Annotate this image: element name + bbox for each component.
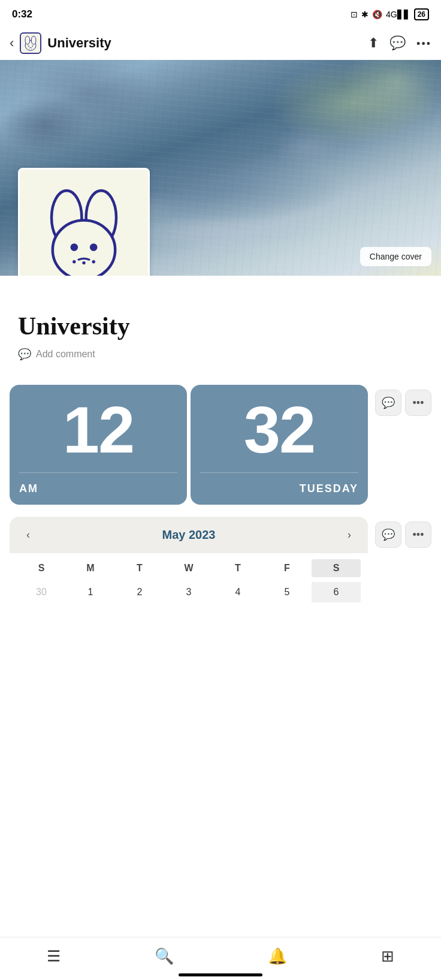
svg-point-3 — [28, 46, 29, 47]
add-comment-label: Add comment — [36, 349, 95, 360]
clock-minute: 32 — [200, 397, 358, 463]
nav-bar: ‹ University ⬆ 💬 — [0, 26, 441, 60]
svg-point-4 — [32, 46, 34, 47]
cover-image-area: Change cover — [0, 60, 441, 276]
nav-menu-button[interactable]: ☰ — [37, 945, 70, 968]
calendar-widget-row: ‹ May 2023 › S M T W T F S 30 — [10, 517, 431, 608]
back-button[interactable]: ‹ — [10, 35, 14, 51]
plus-square-icon: ⊞ — [381, 947, 394, 966]
more-menu-button[interactable] — [416, 35, 431, 51]
signal-icon: 4G▋▋ — [386, 10, 410, 19]
cal-header-sat: S — [312, 559, 361, 577]
clock-divider-right — [200, 472, 358, 474]
svg-point-1 — [25, 36, 30, 44]
calendar-comment-button[interactable]: 💬 — [375, 521, 401, 548]
nav-search-button[interactable]: 🔍 — [145, 945, 183, 968]
svg-point-10 — [71, 243, 78, 251]
share-button[interactable]: ⬆ — [368, 35, 379, 51]
cal-header-mon: M — [66, 559, 115, 577]
bottom-spacer — [0, 620, 441, 680]
profile-avatar[interactable] — [18, 168, 150, 276]
calendar-next-button[interactable]: › — [343, 526, 356, 544]
calendar-dates-row1: 30 1 2 3 4 5 6 — [17, 582, 361, 602]
clock-divider-left — [19, 472, 177, 474]
comment-button[interactable]: 💬 — [389, 35, 406, 51]
cal-date-6[interactable]: 6 — [312, 582, 361, 602]
cal-date-3[interactable]: 3 — [164, 582, 213, 602]
cal-header-sun: S — [17, 559, 66, 577]
svg-point-12 — [73, 260, 75, 263]
status-time: 0:32 — [12, 8, 32, 20]
bell-icon: 🔔 — [268, 947, 287, 966]
change-cover-button[interactable]: Change cover — [360, 247, 431, 266]
widgets-area: 12 AM 32 TUESDAY 💬 ••• ‹ May 2023 › — [0, 373, 441, 620]
calendar-widget-actions: 💬 ••• — [375, 521, 431, 548]
cal-header-fri: F — [262, 559, 312, 577]
clock-day-label: TUESDAY — [200, 483, 358, 495]
clock-widget-row: 12 AM 32 TUESDAY 💬 ••• — [10, 385, 431, 505]
cal-header-wed: W — [164, 559, 213, 577]
list-icon: ☰ — [47, 947, 61, 966]
profile-name: University — [18, 312, 423, 340]
clock-hour-card: 12 AM — [10, 385, 187, 505]
nav-avatar[interactable] — [20, 32, 41, 54]
calendar-widget: ‹ May 2023 › S M T W T F S 30 — [10, 517, 368, 608]
cal-date-4[interactable]: 4 — [213, 582, 262, 602]
calendar-header: ‹ May 2023 › — [10, 517, 368, 553]
add-comment-button[interactable]: 💬 Add comment — [18, 348, 423, 361]
clock-am-label: AM — [19, 483, 177, 495]
home-indicator — [179, 973, 262, 976]
calendar-grid: S M T W T F S 30 1 2 3 4 5 6 — [10, 553, 368, 608]
bluetooth-icon: ✱ — [361, 10, 368, 19]
profile-section: University 💬 Add comment — [0, 276, 441, 373]
svg-point-2 — [32, 36, 37, 44]
clock-hour: 12 — [19, 397, 177, 463]
svg-point-6 — [32, 48, 32, 49]
clock-more-button[interactable]: ••• — [405, 390, 431, 416]
volume-icon: 🔇 — [372, 10, 382, 19]
calendar-prev-button[interactable]: ‹ — [22, 526, 35, 544]
comment-small-icon: 💬 — [18, 348, 31, 361]
cal-date-5[interactable]: 5 — [262, 582, 312, 602]
nav-actions: ⬆ 💬 — [368, 35, 431, 51]
nfc-icon: ⊡ — [351, 10, 358, 19]
cal-date-1[interactable]: 1 — [66, 582, 115, 602]
cal-date-30[interactable]: 30 — [17, 582, 66, 602]
nav-notifications-button[interactable]: 🔔 — [258, 945, 297, 968]
battery-indicator: 26 — [414, 8, 429, 20]
search-icon: 🔍 — [155, 947, 174, 966]
clock-comment-button[interactable]: 💬 — [375, 390, 401, 416]
clock-minute-card: 32 TUESDAY — [191, 385, 368, 505]
calendar-days-header: S M T W T F S — [17, 559, 361, 577]
bunny-avatar-icon — [21, 32, 40, 54]
status-bar: 0:32 ⊡ ✱ 🔇 4G▋▋ 26 — [0, 0, 441, 26]
clock-widget-actions: 💬 ••• — [375, 390, 431, 416]
svg-point-9 — [53, 221, 115, 276]
profile-bunny-icon — [30, 180, 138, 276]
status-icons: ⊡ ✱ 🔇 4G▋▋ 26 — [351, 8, 429, 20]
svg-point-14 — [92, 260, 95, 263]
clock-widget: 12 AM 32 TUESDAY — [10, 385, 368, 505]
svg-point-11 — [90, 243, 98, 251]
nav-add-button[interactable]: ⊞ — [371, 945, 404, 968]
page-title: University — [47, 35, 368, 51]
cal-header-thu: T — [213, 559, 262, 577]
cal-date-2[interactable]: 2 — [115, 582, 164, 602]
cal-header-tue: T — [115, 559, 164, 577]
svg-point-5 — [29, 48, 30, 49]
calendar-more-button[interactable]: ••• — [405, 521, 431, 548]
calendar-month-label: May 2023 — [162, 528, 216, 542]
svg-point-13 — [82, 261, 85, 264]
